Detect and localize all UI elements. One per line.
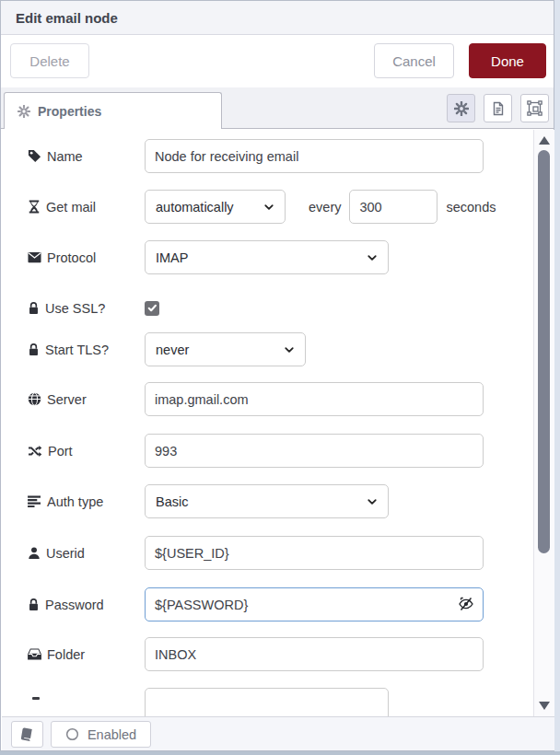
use-ssl-label: Use SSL? <box>28 301 145 316</box>
field-row-password: Password <box>28 587 484 621</box>
userid-input[interactable] <box>145 536 484 570</box>
field-row-protocol: Protocol IMAP <box>28 240 389 274</box>
auth-type-select[interactable]: Basic <box>145 484 389 518</box>
tab-properties-label: Properties <box>38 104 101 119</box>
folder-label: Folder <box>28 647 145 662</box>
field-row-auth-type: Auth type Basic <box>28 484 389 518</box>
check-icon <box>147 303 158 313</box>
done-button[interactable]: Done <box>469 43 546 78</box>
scroll-down-button[interactable] <box>539 702 550 710</box>
gear-icon <box>18 105 30 118</box>
tab-properties[interactable]: Properties <box>4 92 222 129</box>
get-mail-select[interactable]: automatically <box>145 190 286 224</box>
chevron-down-icon <box>367 496 378 507</box>
edit-email-node-dialog: Edit email node Delete Cancel Done Prope <box>0 0 554 751</box>
password-input[interactable] <box>145 587 484 621</box>
hourglass-icon <box>28 200 41 214</box>
field-row-name: Name <box>28 139 484 173</box>
port-input[interactable] <box>145 434 484 468</box>
name-input[interactable] <box>145 139 484 173</box>
dialog-header: Edit email node <box>1 1 554 35</box>
circle-icon <box>65 727 79 741</box>
dialog-button-bar: Delete Cancel Done <box>1 35 554 87</box>
tab-toolbar <box>447 94 549 122</box>
name-label: Name <box>28 149 145 164</box>
form-scrollbar[interactable] <box>533 130 554 716</box>
field-row-server: Server <box>28 382 484 416</box>
field-row-folder: Folder <box>28 637 484 671</box>
document-icon <box>491 101 506 116</box>
chevron-down-icon <box>367 252 378 263</box>
every-label: every <box>309 200 341 215</box>
appearance-view-button[interactable] <box>520 94 549 122</box>
field-row-get-mail: Get mail automatically every seconds <box>28 190 496 224</box>
node-enabled-toggle[interactable]: Enabled <box>51 721 151 748</box>
interval-input[interactable] <box>349 190 438 224</box>
tab-bar: Properties <box>1 87 554 129</box>
field-row-userid: Userid <box>28 536 484 570</box>
server-input[interactable] <box>145 382 484 416</box>
dialog-bottom-shade <box>0 751 560 755</box>
tag-icon <box>28 149 41 163</box>
lock-icon <box>28 343 40 356</box>
seconds-label: seconds <box>446 200 496 215</box>
use-ssl-checkbox[interactable] <box>145 301 159 316</box>
password-label: Password <box>28 598 145 612</box>
enabled-label: Enabled <box>88 727 136 742</box>
partial-next-field-input[interactable] <box>145 688 389 716</box>
node-help-button[interactable] <box>11 721 43 748</box>
lock-icon <box>28 301 40 315</box>
dialog-footer: Enabled <box>2 716 554 750</box>
protocol-select[interactable]: IMAP <box>145 240 389 274</box>
protocol-label: Protocol <box>28 250 145 265</box>
dialog-title: Edit email node <box>16 10 118 26</box>
user-icon <box>28 546 41 560</box>
book-icon <box>20 727 34 741</box>
chevron-down-icon <box>284 344 295 355</box>
password-field <box>145 587 484 621</box>
gear-icon <box>454 101 469 116</box>
lock-icon <box>28 598 40 611</box>
description-view-button[interactable] <box>484 94 512 122</box>
start-tls-select[interactable]: never <box>145 332 306 366</box>
object-group-icon <box>527 100 542 116</box>
cancel-button[interactable]: Cancel <box>374 43 454 78</box>
auth-type-label: Auth type <box>28 494 145 509</box>
scroll-thumb[interactable] <box>538 150 550 553</box>
random-icon <box>28 445 42 458</box>
envelope-icon <box>28 251 41 263</box>
port-label: Port <box>28 444 145 459</box>
server-label: Server <box>28 392 145 407</box>
properties-view-button[interactable] <box>447 94 475 122</box>
get-mail-label: Get mail <box>28 200 145 215</box>
inbox-icon <box>28 648 41 660</box>
globe-icon <box>28 392 41 406</box>
eye-slash-icon[interactable] <box>457 595 475 613</box>
partial-next-field-icon <box>32 697 40 700</box>
bars-icon <box>28 495 41 507</box>
start-tls-label: Start TLS? <box>28 343 145 357</box>
field-row-use-ssl: Use SSL? <box>28 291 159 325</box>
field-row-start-tls: Start TLS? never <box>28 332 306 366</box>
chevron-down-icon <box>263 202 274 213</box>
properties-form: Name Get mail automatically <box>2 130 532 716</box>
userid-label: Userid <box>28 546 145 561</box>
folder-input[interactable] <box>145 637 484 671</box>
delete-button[interactable]: Delete <box>10 43 89 78</box>
field-row-port: Port <box>28 434 484 468</box>
scroll-up-button[interactable] <box>539 136 550 145</box>
